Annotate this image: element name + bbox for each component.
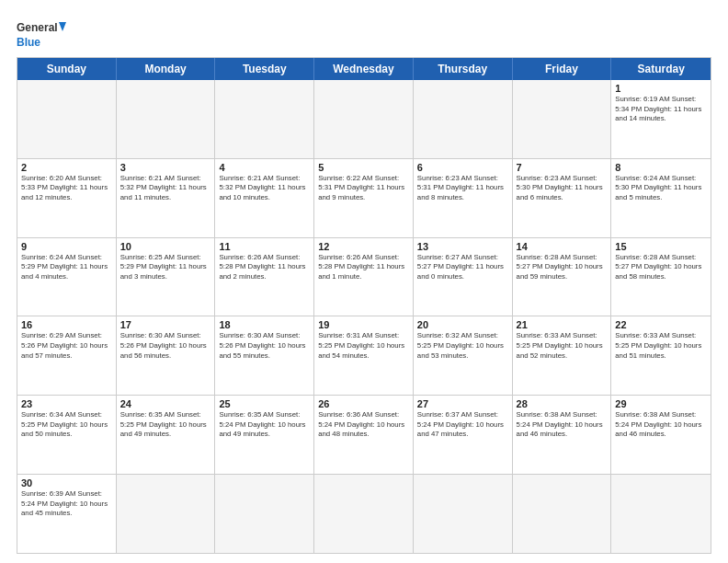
calendar-day-17: 17Sunrise: 6:30 AM Sunset: 5:26 PM Dayli…	[117, 316, 216, 395]
day-header-sunday: Sunday	[17, 58, 117, 80]
calendar-day-15: 15Sunrise: 6:28 AM Sunset: 5:27 PM Dayli…	[611, 238, 711, 316]
day-info: Sunrise: 6:32 AM Sunset: 5:25 PM Dayligh…	[417, 331, 508, 361]
day-info: Sunrise: 6:39 AM Sunset: 5:24 PM Dayligh…	[21, 489, 112, 519]
day-number: 12	[318, 241, 409, 252]
calendar-day-empty	[314, 80, 414, 158]
calendar-day-2: 2Sunrise: 6:20 AM Sunset: 5:33 PM Daylig…	[17, 159, 117, 237]
day-number: 22	[615, 319, 707, 330]
day-info: Sunrise: 6:29 AM Sunset: 5:26 PM Dayligh…	[21, 331, 112, 361]
day-header-thursday: Thursday	[414, 58, 513, 80]
calendar-day-empty	[414, 80, 513, 158]
day-number: 29	[615, 398, 707, 409]
header: General Blue	[17, 15, 711, 52]
day-info: Sunrise: 6:34 AM Sunset: 5:25 PM Dayligh…	[21, 410, 112, 440]
calendar-week-3: 16Sunrise: 6:29 AM Sunset: 5:26 PM Dayli…	[17, 316, 711, 396]
logo: General Blue	[17, 18, 72, 52]
day-info: Sunrise: 6:33 AM Sunset: 5:25 PM Dayligh…	[615, 331, 707, 361]
day-number: 21	[517, 319, 608, 330]
day-number: 17	[120, 319, 211, 330]
page: General Blue SundayMondayTuesdayWednesda…	[0, 0, 728, 563]
day-number: 10	[120, 241, 211, 252]
day-info: Sunrise: 6:24 AM Sunset: 5:30 PM Dayligh…	[615, 174, 707, 203]
day-number: 8	[615, 162, 707, 173]
day-number: 3	[120, 162, 211, 173]
calendar-day-24: 24Sunrise: 6:35 AM Sunset: 5:25 PM Dayli…	[117, 396, 216, 474]
calendar-day-16: 16Sunrise: 6:29 AM Sunset: 5:26 PM Dayli…	[17, 316, 117, 395]
calendar: SundayMondayTuesdayWednesdayThursdayFrid…	[17, 57, 711, 554]
calendar-day-28: 28Sunrise: 6:38 AM Sunset: 5:24 PM Dayli…	[513, 396, 612, 474]
day-info: Sunrise: 6:30 AM Sunset: 5:26 PM Dayligh…	[120, 331, 211, 361]
day-info: Sunrise: 6:23 AM Sunset: 5:31 PM Dayligh…	[417, 174, 508, 203]
calendar-day-5: 5Sunrise: 6:22 AM Sunset: 5:31 PM Daylig…	[314, 159, 414, 237]
day-header-monday: Monday	[117, 58, 216, 80]
calendar-day-empty	[414, 475, 513, 553]
day-info: Sunrise: 6:27 AM Sunset: 5:27 PM Dayligh…	[417, 253, 508, 282]
day-header-friday: Friday	[513, 58, 612, 80]
calendar-day-empty	[117, 475, 216, 553]
calendar-day-30: 30Sunrise: 6:39 AM Sunset: 5:24 PM Dayli…	[17, 475, 117, 553]
day-number: 11	[219, 241, 310, 252]
calendar-week-0: 1Sunrise: 6:19 AM Sunset: 5:34 PM Daylig…	[17, 80, 711, 159]
day-info: Sunrise: 6:21 AM Sunset: 5:32 PM Dayligh…	[120, 174, 211, 203]
day-info: Sunrise: 6:20 AM Sunset: 5:33 PM Dayligh…	[21, 174, 112, 203]
day-info: Sunrise: 6:28 AM Sunset: 5:27 PM Dayligh…	[615, 253, 707, 282]
svg-marker-2	[59, 22, 66, 31]
day-info: Sunrise: 6:24 AM Sunset: 5:29 PM Dayligh…	[21, 253, 112, 282]
calendar-day-8: 8Sunrise: 6:24 AM Sunset: 5:30 PM Daylig…	[611, 159, 711, 237]
calendar-day-10: 10Sunrise: 6:25 AM Sunset: 5:29 PM Dayli…	[117, 238, 216, 316]
calendar-header: SundayMondayTuesdayWednesdayThursdayFrid…	[17, 58, 711, 80]
calendar-day-26: 26Sunrise: 6:36 AM Sunset: 5:24 PM Dayli…	[314, 396, 414, 474]
day-info: Sunrise: 6:35 AM Sunset: 5:25 PM Dayligh…	[120, 410, 211, 440]
calendar-day-7: 7Sunrise: 6:23 AM Sunset: 5:30 PM Daylig…	[513, 159, 612, 237]
day-number: 15	[615, 241, 707, 252]
day-number: 6	[417, 162, 508, 173]
calendar-day-22: 22Sunrise: 6:33 AM Sunset: 5:25 PM Dayli…	[611, 316, 711, 395]
calendar-day-25: 25Sunrise: 6:35 AM Sunset: 5:24 PM Dayli…	[215, 396, 314, 474]
calendar-day-19: 19Sunrise: 6:31 AM Sunset: 5:25 PM Dayli…	[314, 316, 414, 395]
day-number: 28	[517, 398, 608, 409]
day-number: 18	[219, 319, 310, 330]
calendar-day-21: 21Sunrise: 6:33 AM Sunset: 5:25 PM Dayli…	[513, 316, 612, 395]
day-info: Sunrise: 6:31 AM Sunset: 5:25 PM Dayligh…	[318, 331, 409, 361]
day-info: Sunrise: 6:36 AM Sunset: 5:24 PM Dayligh…	[318, 410, 409, 440]
svg-text:Blue: Blue	[17, 36, 40, 49]
calendar-day-27: 27Sunrise: 6:37 AM Sunset: 5:24 PM Dayli…	[414, 396, 513, 474]
day-info: Sunrise: 6:21 AM Sunset: 5:32 PM Dayligh…	[219, 174, 310, 203]
calendar-day-29: 29Sunrise: 6:38 AM Sunset: 5:24 PM Dayli…	[611, 396, 711, 474]
calendar-day-3: 3Sunrise: 6:21 AM Sunset: 5:32 PM Daylig…	[117, 159, 216, 237]
day-number: 7	[517, 162, 608, 173]
calendar-day-empty	[513, 80, 612, 158]
day-info: Sunrise: 6:37 AM Sunset: 5:24 PM Dayligh…	[417, 410, 508, 440]
day-header-saturday: Saturday	[611, 58, 711, 80]
day-number: 1	[615, 83, 707, 94]
day-info: Sunrise: 6:19 AM Sunset: 5:34 PM Dayligh…	[615, 95, 707, 124]
day-info: Sunrise: 6:22 AM Sunset: 5:31 PM Dayligh…	[318, 174, 409, 203]
day-number: 27	[417, 398, 508, 409]
day-number: 19	[318, 319, 409, 330]
calendar-day-empty	[611, 475, 711, 553]
calendar-day-1: 1Sunrise: 6:19 AM Sunset: 5:34 PM Daylig…	[611, 80, 711, 158]
day-number: 2	[21, 162, 112, 173]
calendar-day-11: 11Sunrise: 6:26 AM Sunset: 5:28 PM Dayli…	[215, 238, 314, 316]
day-number: 26	[318, 398, 409, 409]
day-number: 14	[517, 241, 608, 252]
calendar-day-14: 14Sunrise: 6:28 AM Sunset: 5:27 PM Dayli…	[513, 238, 612, 316]
day-info: Sunrise: 6:38 AM Sunset: 5:24 PM Dayligh…	[517, 410, 608, 440]
day-number: 30	[21, 477, 112, 488]
calendar-day-empty	[314, 475, 414, 553]
calendar-week-5: 30Sunrise: 6:39 AM Sunset: 5:24 PM Dayli…	[17, 475, 711, 553]
day-number: 16	[21, 319, 112, 330]
day-info: Sunrise: 6:30 AM Sunset: 5:26 PM Dayligh…	[219, 331, 310, 361]
day-number: 23	[21, 398, 112, 409]
calendar-day-empty	[513, 475, 612, 553]
calendar-day-empty	[117, 80, 216, 158]
calendar-day-6: 6Sunrise: 6:23 AM Sunset: 5:31 PM Daylig…	[414, 159, 513, 237]
calendar-day-empty	[17, 80, 117, 158]
day-info: Sunrise: 6:28 AM Sunset: 5:27 PM Dayligh…	[517, 253, 608, 282]
day-info: Sunrise: 6:26 AM Sunset: 5:28 PM Dayligh…	[318, 253, 409, 282]
calendar-day-13: 13Sunrise: 6:27 AM Sunset: 5:27 PM Dayli…	[414, 238, 513, 316]
day-number: 5	[318, 162, 409, 173]
day-number: 20	[417, 319, 508, 330]
day-header-tuesday: Tuesday	[215, 58, 314, 80]
calendar-day-23: 23Sunrise: 6:34 AM Sunset: 5:25 PM Dayli…	[17, 396, 117, 474]
